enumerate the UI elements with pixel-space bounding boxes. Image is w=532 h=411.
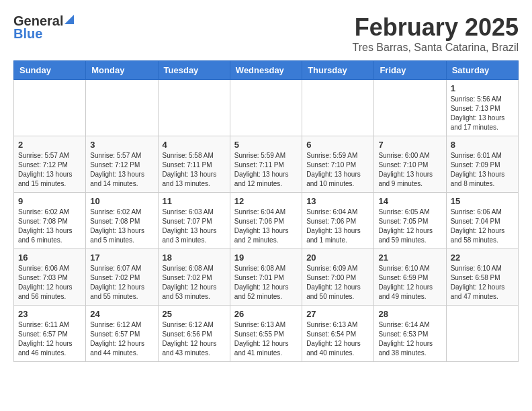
day-number: 27: [306, 309, 369, 319]
day-info: Sunrise: 6:11 AM Sunset: 6:57 PM Dayligh…: [18, 320, 81, 358]
calendar-cell: [158, 80, 230, 136]
day-number: 12: [234, 196, 298, 206]
day-number: 8: [451, 140, 514, 150]
day-number: 2: [18, 140, 81, 150]
title-area: February 2025 Tres Barras, Santa Catarin…: [353, 13, 519, 54]
week-row-4: 16Sunrise: 6:06 AM Sunset: 7:03 PM Dayli…: [14, 249, 519, 306]
day-info: Sunrise: 6:08 AM Sunset: 7:02 PM Dayligh…: [163, 264, 226, 302]
day-info: Sunrise: 6:00 AM Sunset: 7:10 PM Dayligh…: [378, 151, 441, 189]
logo-arrow-icon: [64, 15, 74, 27]
col-header-saturday: Saturday: [446, 61, 518, 80]
calendar-cell: [14, 80, 86, 136]
day-number: 7: [378, 140, 441, 150]
calendar-cell: 22Sunrise: 6:10 AM Sunset: 6:58 PM Dayli…: [446, 249, 518, 306]
day-info: Sunrise: 5:57 AM Sunset: 7:12 PM Dayligh…: [90, 151, 153, 189]
day-number: 6: [306, 140, 369, 150]
calendar-cell: 24Sunrise: 6:12 AM Sunset: 6:57 PM Dayli…: [86, 306, 158, 362]
calendar-cell: 19Sunrise: 6:08 AM Sunset: 7:01 PM Dayli…: [230, 249, 302, 306]
calendar-cell: 17Sunrise: 6:07 AM Sunset: 7:02 PM Dayli…: [86, 249, 158, 306]
calendar-cell: 16Sunrise: 6:06 AM Sunset: 7:03 PM Dayli…: [14, 249, 86, 306]
day-number: 18: [163, 253, 226, 263]
day-number: 22: [451, 253, 514, 263]
calendar-cell: 20Sunrise: 6:09 AM Sunset: 7:00 PM Dayli…: [302, 249, 374, 306]
calendar-cell: 15Sunrise: 6:06 AM Sunset: 7:04 PM Dayli…: [446, 193, 518, 249]
col-header-monday: Monday: [86, 61, 158, 80]
day-number: 16: [18, 253, 81, 263]
day-info: Sunrise: 6:02 AM Sunset: 7:08 PM Dayligh…: [18, 208, 81, 245]
week-row-2: 2Sunrise: 5:57 AM Sunset: 7:12 PM Daylig…: [14, 136, 519, 193]
day-number: 4: [163, 140, 226, 150]
day-info: Sunrise: 6:09 AM Sunset: 7:00 PM Dayligh…: [306, 264, 369, 302]
day-number: 3: [90, 140, 153, 150]
day-info: Sunrise: 5:59 AM Sunset: 7:10 PM Dayligh…: [306, 151, 369, 189]
col-header-sunday: Sunday: [14, 61, 86, 80]
calendar-cell: 8Sunrise: 6:01 AM Sunset: 7:09 PM Daylig…: [446, 136, 518, 193]
calendar-cell: 28Sunrise: 6:14 AM Sunset: 6:53 PM Dayli…: [374, 306, 446, 362]
day-info: Sunrise: 6:12 AM Sunset: 6:56 PM Dayligh…: [163, 320, 226, 358]
calendar-cell: 6Sunrise: 5:59 AM Sunset: 7:10 PM Daylig…: [302, 136, 374, 193]
day-number: 10: [90, 196, 153, 206]
day-number: 14: [378, 196, 441, 206]
calendar-cell: 11Sunrise: 6:03 AM Sunset: 7:07 PM Dayli…: [158, 193, 230, 249]
day-info: Sunrise: 6:14 AM Sunset: 6:53 PM Dayligh…: [378, 320, 441, 358]
calendar-cell: 23Sunrise: 6:11 AM Sunset: 6:57 PM Dayli…: [14, 306, 86, 362]
col-header-tuesday: Tuesday: [158, 61, 230, 80]
logo: General Blue: [13, 13, 74, 42]
calendar-table: SundayMondayTuesdayWednesdayThursdayFrid…: [13, 60, 519, 362]
day-info: Sunrise: 6:03 AM Sunset: 7:07 PM Dayligh…: [163, 208, 226, 245]
day-info: Sunrise: 6:13 AM Sunset: 6:55 PM Dayligh…: [234, 320, 298, 358]
day-info: Sunrise: 6:05 AM Sunset: 7:05 PM Dayligh…: [378, 208, 441, 245]
day-info: Sunrise: 6:13 AM Sunset: 6:54 PM Dayligh…: [306, 320, 369, 358]
week-row-1: 1Sunrise: 5:56 AM Sunset: 7:13 PM Daylig…: [14, 80, 519, 136]
day-info: Sunrise: 6:10 AM Sunset: 6:58 PM Dayligh…: [451, 264, 514, 302]
day-info: Sunrise: 6:01 AM Sunset: 7:09 PM Dayligh…: [451, 151, 514, 189]
calendar-cell: 10Sunrise: 6:02 AM Sunset: 7:08 PM Dayli…: [86, 193, 158, 249]
day-number: 26: [234, 309, 298, 319]
calendar-cell: 4Sunrise: 5:58 AM Sunset: 7:11 PM Daylig…: [158, 136, 230, 193]
day-info: Sunrise: 6:06 AM Sunset: 7:04 PM Dayligh…: [451, 208, 514, 245]
day-info: Sunrise: 6:04 AM Sunset: 7:06 PM Dayligh…: [234, 208, 298, 245]
day-number: 5: [234, 140, 298, 150]
calendar-cell: 5Sunrise: 5:59 AM Sunset: 7:11 PM Daylig…: [230, 136, 302, 193]
calendar-cell: [86, 80, 158, 136]
day-info: Sunrise: 6:07 AM Sunset: 7:02 PM Dayligh…: [90, 264, 153, 302]
logo-blue-text: Blue: [13, 26, 42, 42]
day-info: Sunrise: 5:58 AM Sunset: 7:11 PM Dayligh…: [163, 151, 226, 189]
day-number: 21: [378, 253, 441, 263]
col-header-friday: Friday: [374, 61, 446, 80]
calendar-cell: 3Sunrise: 5:57 AM Sunset: 7:12 PM Daylig…: [86, 136, 158, 193]
location-subtitle: Tres Barras, Santa Catarina, Brazil: [353, 42, 519, 54]
calendar-cell: 18Sunrise: 6:08 AM Sunset: 7:02 PM Dayli…: [158, 249, 230, 306]
day-number: 25: [163, 309, 226, 319]
calendar-cell: [374, 80, 446, 136]
calendar-cell: 25Sunrise: 6:12 AM Sunset: 6:56 PM Dayli…: [158, 306, 230, 362]
day-info: Sunrise: 6:12 AM Sunset: 6:57 PM Dayligh…: [90, 320, 153, 358]
day-number: 11: [163, 196, 226, 206]
calendar-cell: 21Sunrise: 6:10 AM Sunset: 6:59 PM Dayli…: [374, 249, 446, 306]
calendar-cell: [302, 80, 374, 136]
day-info: Sunrise: 5:59 AM Sunset: 7:11 PM Dayligh…: [234, 151, 298, 189]
day-number: 17: [90, 253, 153, 263]
day-info: Sunrise: 6:08 AM Sunset: 7:01 PM Dayligh…: [234, 264, 298, 302]
calendar-cell: 26Sunrise: 6:13 AM Sunset: 6:55 PM Dayli…: [230, 306, 302, 362]
calendar-cell: 2Sunrise: 5:57 AM Sunset: 7:12 PM Daylig…: [14, 136, 86, 193]
calendar-cell: [230, 80, 302, 136]
day-number: 9: [18, 196, 81, 206]
day-number: 1: [451, 83, 514, 93]
calendar-cell: 14Sunrise: 6:05 AM Sunset: 7:05 PM Dayli…: [374, 193, 446, 249]
col-header-wednesday: Wednesday: [230, 61, 302, 80]
calendar-cell: 13Sunrise: 6:04 AM Sunset: 7:06 PM Dayli…: [302, 193, 374, 249]
calendar-header-row: SundayMondayTuesdayWednesdayThursdayFrid…: [14, 61, 519, 80]
calendar-cell: 12Sunrise: 6:04 AM Sunset: 7:06 PM Dayli…: [230, 193, 302, 249]
page-header: General Blue February 2025 Tres Barras, …: [13, 13, 519, 54]
calendar-cell: 1Sunrise: 5:56 AM Sunset: 7:13 PM Daylig…: [446, 80, 518, 136]
day-number: 24: [90, 309, 153, 319]
day-info: Sunrise: 6:10 AM Sunset: 6:59 PM Dayligh…: [378, 264, 441, 302]
day-number: 13: [306, 196, 369, 206]
day-number: 28: [378, 309, 441, 319]
day-info: Sunrise: 5:56 AM Sunset: 7:13 PM Dayligh…: [451, 95, 514, 132]
month-title: February 2025: [353, 13, 519, 42]
day-number: 15: [451, 196, 514, 206]
day-info: Sunrise: 6:04 AM Sunset: 7:06 PM Dayligh…: [306, 208, 369, 245]
week-row-5: 23Sunrise: 6:11 AM Sunset: 6:57 PM Dayli…: [14, 306, 519, 362]
